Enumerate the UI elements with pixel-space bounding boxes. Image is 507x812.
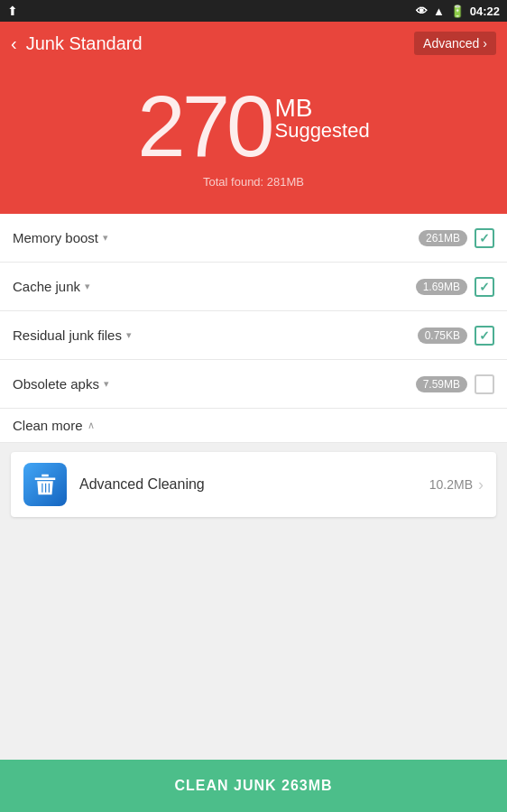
- usb-icon: ⬆: [7, 4, 18, 18]
- obsolete-apks-label: Obsolete apks: [13, 376, 99, 392]
- advanced-arrow-icon: ›: [483, 36, 487, 51]
- cleaning-info: Advanced Cleaning: [79, 476, 429, 493]
- wifi-icon: ▲: [433, 5, 445, 18]
- residual-junk-checkbox[interactable]: [475, 326, 494, 346]
- cache-junk-size: 1.69MB: [416, 279, 467, 295]
- advanced-button[interactable]: Advanced ›: [414, 32, 496, 55]
- advanced-cleaning-name: Advanced Cleaning: [79, 476, 205, 492]
- chevron-right-icon: ›: [478, 475, 484, 494]
- list-item: Memory boost ▾ 261MB: [0, 214, 507, 263]
- list-section: Memory boost ▾ 261MB Cache junk ▾ 1.69MB…: [0, 214, 507, 409]
- status-bar-left: ⬆: [7, 4, 18, 18]
- trash-icon: [32, 471, 59, 498]
- eye-icon: 👁: [416, 5, 428, 18]
- gray-area: [0, 526, 507, 788]
- clean-more-label-text: Clean more: [13, 418, 83, 433]
- clean-more-toggle[interactable]: Clean more ∧: [13, 418, 95, 433]
- advanced-cleaning-section: Advanced Cleaning 10.2MB ›: [0, 452, 507, 517]
- advanced-cleaning-icon: [23, 463, 67, 506]
- app-header: ‹ Junk Standard Advanced ›: [0, 22, 507, 65]
- obsolete-apks-size: 7.59MB: [416, 376, 467, 392]
- hero-number: 270: [137, 83, 271, 170]
- status-bar: ⬆ 👁 ▲ 🔋 04:22: [0, 0, 507, 22]
- time-display: 04:22: [470, 5, 500, 18]
- hero-unit-block: MB Suggested: [274, 83, 369, 141]
- residual-junk-size: 0.75KB: [418, 328, 467, 344]
- item-right: 261MB: [419, 228, 494, 248]
- chevron-down-icon[interactable]: ▾: [85, 281, 90, 292]
- memory-boost-checkbox[interactable]: [475, 228, 494, 248]
- list-item-label: Obsolete apks ▾: [13, 376, 416, 392]
- chevron-up-icon: ∧: [88, 420, 95, 431]
- list-item: Obsolete apks ▾ 7.59MB: [0, 360, 507, 409]
- clean-junk-button[interactable]: CLEAN JUNK 263MB: [0, 760, 507, 812]
- advanced-cleaning-card[interactable]: Advanced Cleaning 10.2MB ›: [11, 452, 496, 517]
- item-right: 0.75KB: [418, 326, 494, 346]
- back-button[interactable]: ‹: [11, 33, 17, 54]
- chevron-down-icon[interactable]: ▾: [103, 232, 108, 244]
- cache-junk-checkbox[interactable]: [475, 277, 494, 297]
- list-item-label: Memory boost ▾: [13, 230, 419, 245]
- status-bar-right: 👁 ▲ 🔋 04:22: [416, 5, 500, 18]
- residual-junk-label: Residual junk files: [13, 328, 122, 343]
- list-item-label: Residual junk files ▾: [13, 328, 418, 343]
- page-title: Junk Standard: [26, 33, 414, 54]
- item-right: 7.59MB: [416, 374, 494, 394]
- advanced-cleaning-size: 10.2MB: [429, 477, 473, 492]
- hero-unit: MB: [274, 96, 369, 121]
- clean-more-header: Clean more ∧: [0, 409, 507, 443]
- list-item: Cache junk ▾ 1.69MB: [0, 263, 507, 311]
- chevron-down-icon[interactable]: ▾: [104, 378, 109, 390]
- hero-total-found: Total found: 281MB: [203, 175, 304, 189]
- memory-boost-label: Memory boost: [13, 230, 98, 245]
- memory-boost-size: 261MB: [419, 230, 467, 246]
- chevron-down-icon[interactable]: ▾: [126, 329, 132, 341]
- list-item: Residual junk files ▾ 0.75KB: [0, 311, 507, 360]
- cache-junk-label: Cache junk: [13, 279, 80, 294]
- battery-icon: 🔋: [450, 5, 465, 18]
- list-item-label: Cache junk ▾: [13, 279, 416, 294]
- item-right: 1.69MB: [416, 277, 494, 297]
- hero-number-row: 270 MB Suggested: [137, 83, 369, 170]
- hero-section: 270 MB Suggested Total found: 281MB: [0, 65, 507, 214]
- advanced-label: Advanced: [423, 36, 479, 51]
- hero-subtitle: Suggested: [274, 121, 369, 141]
- obsolete-apks-checkbox[interactable]: [475, 374, 494, 394]
